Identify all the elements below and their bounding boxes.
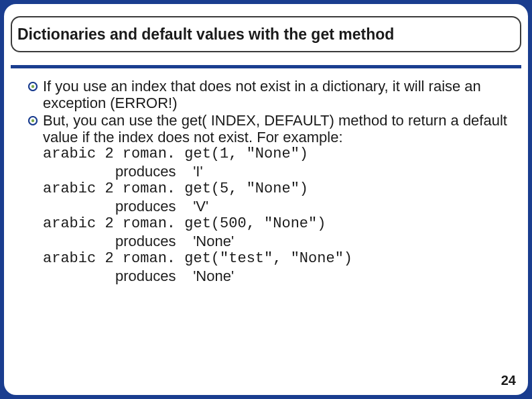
divider-bar bbox=[11, 65, 521, 68]
code-example: arabic 2 roman. get(5, "None") bbox=[28, 180, 508, 198]
title-box: Dictionaries and default values with the… bbox=[11, 16, 521, 52]
page-number: 24 bbox=[501, 373, 516, 388]
result-value: 'I' bbox=[193, 163, 203, 180]
slide-card: Dictionaries and default values with the… bbox=[4, 4, 528, 395]
bullet-item: If you use an index that does not exist … bbox=[28, 78, 508, 112]
result-value: 'None' bbox=[193, 233, 234, 249]
result-label: produces bbox=[115, 233, 189, 250]
result-value: 'None' bbox=[193, 268, 234, 284]
bullet-text: But, you can use the get( INDEX, DEFAULT… bbox=[43, 112, 508, 146]
code-result: produces 'I' bbox=[28, 163, 508, 180]
bullet-text: If you use an index that does not exist … bbox=[43, 78, 508, 112]
svg-point-1 bbox=[31, 85, 34, 88]
code-example: arabic 2 roman. get(500, "None") bbox=[28, 215, 508, 233]
slide-content: If you use an index that does not exist … bbox=[28, 78, 508, 285]
code-result: produces 'V' bbox=[28, 198, 508, 215]
code-example: arabic 2 roman. get(1, "None") bbox=[28, 146, 508, 163]
bullet-icon bbox=[28, 116, 38, 125]
code-example: arabic 2 roman. get("test", "None") bbox=[28, 250, 508, 268]
result-label: produces bbox=[115, 268, 189, 285]
result-label: produces bbox=[115, 198, 189, 215]
result-value: 'V' bbox=[193, 198, 208, 215]
bullet-icon bbox=[28, 82, 38, 91]
code-result: produces 'None' bbox=[28, 233, 508, 250]
svg-point-3 bbox=[31, 119, 34, 121]
slide-title: Dictionaries and default values with the… bbox=[17, 25, 394, 44]
result-label: produces bbox=[115, 163, 189, 180]
bullet-item: But, you can use the get( INDEX, DEFAULT… bbox=[28, 112, 508, 146]
code-result: produces 'None' bbox=[28, 268, 508, 285]
